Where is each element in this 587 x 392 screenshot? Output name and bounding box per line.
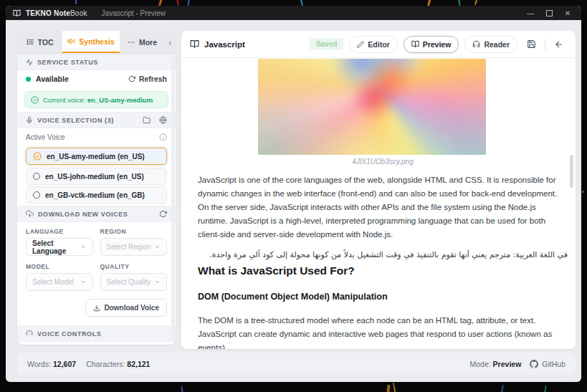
voice-option-john[interactable]: en_US-john-medium (en_US) (26, 168, 167, 185)
chevron-down-icon (80, 244, 87, 250)
active-voice-label: Active Voice (26, 133, 65, 141)
model-select[interactable]: Select Model (26, 273, 93, 291)
activity-icon (26, 59, 33, 66)
chevron-down-icon (80, 279, 87, 285)
desktop: TEKNO NoteBook Javascript - Preview — ✕ … (0, 0, 587, 392)
quality-select[interactable]: Select Quality (100, 273, 168, 291)
book-open-icon (411, 40, 419, 48)
section-heading: What is JavaScript Used For? (198, 264, 568, 277)
gauge-icon (26, 330, 33, 338)
characters-label: Characters: (86, 360, 125, 368)
maximize-button[interactable] (540, 6, 558, 19)
more-dots-icon (127, 38, 135, 47)
paragraph: JavaScript is one of the core languages … (198, 173, 568, 242)
refresh-icon[interactable] (159, 210, 167, 218)
chevron-down-icon (154, 279, 161, 285)
document-image (258, 59, 486, 155)
chevron-left-icon: ‹ (168, 38, 171, 47)
headphones-icon (472, 40, 480, 48)
refresh-icon (128, 75, 135, 82)
language-label: LANGUAGE (26, 228, 93, 235)
document-content: 4JIX1UOb3scy.png JavaScript is one of th… (181, 58, 576, 349)
section-voice-selection: VOICE SELECTION (3) (17, 112, 176, 128)
radio-icon (33, 173, 40, 180)
app-logo-book-icon (13, 9, 21, 17)
tab-synthesis[interactable]: Synthesis (62, 31, 120, 53)
check-circle-icon (33, 152, 42, 161)
subsection-heading: DOM (Document Object Model) Manipulation (198, 292, 568, 302)
radio-icon (33, 191, 40, 199)
titlebar-document-title: Javascript - Preview (102, 9, 166, 17)
download-voice-button[interactable]: Download Voice (85, 299, 168, 317)
paragraph: The DOM is a tree-structured model where… (198, 314, 568, 349)
content-scrollbar[interactable] (570, 155, 573, 188)
list-icon (27, 38, 34, 46)
model-label: MODEL (26, 263, 93, 270)
current-voice-name: en_US-amy-medium (87, 96, 153, 104)
voice-option-amy[interactable]: en_US-amy-medium (en_US) (26, 148, 167, 165)
saved-badge: Saved (310, 38, 343, 50)
status-bar: Words: 12,607 Characters: 82,121 Mode: P… (17, 353, 576, 375)
download-icon (93, 305, 100, 312)
sidebar-collapse-button[interactable]: ‹ (164, 31, 176, 53)
github-icon (530, 360, 538, 368)
mode-label: Mode: (470, 360, 491, 368)
titlebar: TEKNO NoteBook Javascript - Preview — ✕ (6, 6, 581, 20)
book-open-icon (190, 39, 199, 49)
status-dot (26, 77, 31, 82)
microphone-icon (26, 117, 33, 124)
active-voice-row: Active Voice (17, 130, 176, 144)
speaker-icon (67, 37, 75, 45)
download-cloud-icon (26, 210, 34, 218)
section-voice-controls: VOICE CONTROLS (17, 325, 176, 342)
words-label: Words: (27, 360, 51, 368)
preview-button[interactable]: Preview (404, 36, 459, 53)
sidebar-scrollbar[interactable] (171, 54, 175, 340)
reader-button[interactable]: Reader (464, 36, 517, 53)
tab-toc[interactable]: TOC (17, 31, 62, 53)
image-caption: 4JIX1UOb3scy.png (198, 158, 568, 166)
language-select[interactable]: Select Language (26, 238, 93, 256)
check-circle-icon (31, 96, 39, 104)
section-download-voices: DOWNLOAD NEW VOICES (17, 206, 176, 222)
service-status-row: Available Refresh (17, 70, 176, 88)
close-button[interactable]: ✕ (558, 6, 577, 19)
app-title: TEKNO NoteBook (26, 9, 87, 17)
arabic-paragraph: في اللغة العربية: مترجم يعني أنها تقوم ب… (198, 250, 568, 259)
folder-icon[interactable] (143, 116, 151, 124)
editor-button[interactable]: Editor (349, 36, 397, 53)
section-service-status: SERVICE STATUS (17, 54, 176, 70)
refresh-button[interactable]: Refresh (128, 75, 167, 83)
region-select[interactable]: Select Region (100, 238, 168, 256)
document-title: Javascript (190, 39, 304, 49)
mode-value: Preview (493, 360, 522, 368)
main-panel: Javascript Saved Editor Preview Reader (181, 31, 576, 349)
quality-label: QUALITY (100, 263, 168, 270)
voice-option-vctk[interactable]: en_GB-vctk-medium (en_GB) (26, 186, 167, 204)
sidebar: TOC Synthesis More ‹ SERVICE STATUS (17, 31, 176, 345)
app-window: TEKNO NoteBook Javascript - Preview — ✕ … (6, 6, 581, 382)
chevron-down-icon (154, 244, 161, 250)
floppy-save-icon (527, 39, 536, 49)
globe-icon[interactable] (159, 116, 167, 124)
current-voice-banner: Current voice: en_US-amy-medium (24, 91, 168, 108)
minimize-button[interactable]: — (521, 6, 540, 19)
info-icon[interactable] (159, 133, 167, 141)
sidebar-tabbar: TOC Synthesis More ‹ (17, 31, 176, 54)
status-label: Available (36, 75, 128, 83)
github-link[interactable]: GitHub (530, 360, 565, 368)
arrow-left-icon (554, 39, 564, 49)
download-voices-form: LANGUAGE REGION Select Language Select R… (26, 224, 167, 291)
save-button[interactable] (523, 37, 539, 52)
pencil-icon (357, 41, 364, 48)
divider (545, 39, 545, 50)
back-button[interactable] (551, 37, 567, 52)
document-header: Javascript Saved Editor Preview Reader (181, 31, 576, 58)
characters-value: 82,121 (127, 360, 150, 368)
words-value: 12,607 (53, 360, 76, 368)
tab-more[interactable]: More (120, 31, 164, 53)
region-label: REGION (100, 228, 168, 235)
